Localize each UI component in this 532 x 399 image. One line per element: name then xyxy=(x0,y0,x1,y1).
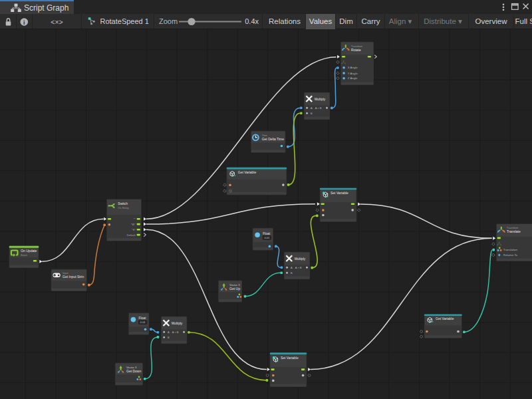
svg-text:<×>: <×> xyxy=(51,18,63,26)
svg-text:Distribute ▾: Distribute ▾ xyxy=(424,17,462,25)
svg-text:A: A xyxy=(168,331,170,334)
svg-text:A × B: A × B xyxy=(172,331,179,334)
svg-text:Get Up: Get Up xyxy=(229,287,240,291)
svg-text:i: i xyxy=(23,19,25,26)
svg-text:Align ▾: Align ▾ xyxy=(389,17,412,25)
svg-text:RotateSpeed 1: RotateSpeed 1 xyxy=(100,17,149,25)
svg-text:Overview: Overview xyxy=(475,17,508,25)
svg-text:Get Down: Get Down xyxy=(126,369,141,373)
svg-text:Default: Default xyxy=(127,233,136,237)
svg-text:Translate: Translate xyxy=(507,229,521,233)
svg-text:0.4x: 0.4x xyxy=(245,17,259,25)
svg-text:Zoom: Zoom xyxy=(159,17,178,25)
svg-text:0.01: 0.01 xyxy=(265,236,271,239)
svg-text:Relations: Relations xyxy=(269,17,301,25)
svg-text:Get Variable: Get Variable xyxy=(238,170,257,174)
svg-text:Get Delta Time: Get Delta Time xyxy=(262,137,285,141)
svg-text:B: B xyxy=(291,271,293,275)
svg-text:Multiply: Multiply xyxy=(315,98,326,101)
svg-text:"S": "S" xyxy=(132,228,136,231)
svg-text:On Update: On Update xyxy=(21,249,37,253)
svg-text:Multiply: Multiply xyxy=(172,322,183,325)
svg-text:A: A xyxy=(291,266,293,269)
svg-text:0.01: 0.01 xyxy=(140,321,146,324)
svg-text:Values: Values xyxy=(309,17,332,25)
svg-text:A × B: A × B xyxy=(315,106,322,110)
svg-text:Y Angle: Y Angle xyxy=(348,72,358,75)
svg-text:B: B xyxy=(168,336,170,339)
svg-text:Carry: Carry xyxy=(361,17,380,25)
svg-text:A: A xyxy=(311,106,313,110)
svg-text:Set Variable: Set Variable xyxy=(281,356,299,360)
svg-text:Translation: Translation xyxy=(503,248,518,251)
svg-text:On String: On String xyxy=(118,207,128,209)
svg-text:Multiply: Multiply xyxy=(295,257,306,261)
svg-text:A × B: A × B xyxy=(295,266,302,269)
svg-text:Z Angle: Z Angle xyxy=(348,76,358,80)
svg-text:Relative To: Relative To xyxy=(503,253,518,257)
svg-text:Script Graph: Script Graph xyxy=(24,3,68,13)
svg-text:Event: Event xyxy=(21,254,28,257)
svg-text:B: B xyxy=(311,112,313,115)
svg-text:Dim: Dim xyxy=(339,17,352,25)
svg-text:"W": "W" xyxy=(131,223,136,226)
svg-text:Float: Float xyxy=(139,317,146,320)
svg-text:Set Variable: Set Variable xyxy=(331,191,348,195)
svg-text:Get Variable: Get Variable xyxy=(436,317,454,321)
svg-text:Rotate: Rotate xyxy=(351,48,361,52)
svg-text:X Angle: X Angle xyxy=(348,66,358,69)
svg-text:Float: Float xyxy=(263,232,270,235)
svg-text:Get Input Strin: Get Input Strin xyxy=(63,275,84,279)
svg-text:Full Scre: Full Scre xyxy=(515,17,532,25)
svg-text:Switch: Switch xyxy=(118,201,128,205)
